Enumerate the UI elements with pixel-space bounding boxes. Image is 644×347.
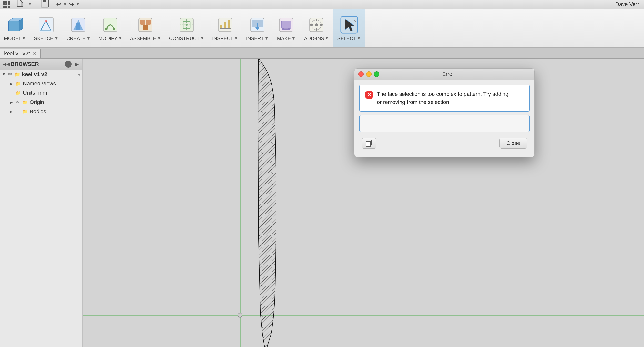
tree-arrow-origin: ▶ — [10, 100, 14, 105]
insert-label: INSERT ▼ — [246, 36, 268, 41]
svg-rect-37 — [288, 28, 290, 30]
undo-button[interactable]: ↩ — [55, 0, 62, 9]
browser-header: ◀◀ BROWSER ▶ — [0, 58, 82, 70]
undo-dropdown[interactable]: ▼ — [63, 2, 67, 7]
svg-rect-3 — [42, 4, 48, 7]
tree-item-root[interactable]: ▼ 👁 📁 keel v1 v2 ● — [0, 70, 82, 79]
tree-folder-named-views: 📁 — [16, 81, 22, 86]
origin-point — [238, 313, 242, 318]
svg-rect-36 — [282, 28, 284, 30]
redo-button[interactable]: ↪ — [68, 0, 75, 9]
tree-item-units[interactable]: 📁 Units: mm — [0, 88, 82, 98]
tab-keel-v1-v2[interactable]: keel v1 v2* ✕ — [0, 48, 41, 58]
svg-rect-4 — [8, 21, 19, 31]
inspect-label: INSPECT ▼ — [212, 36, 238, 41]
tree-item-origin[interactable]: ▶ 👁 📁 Origin — [0, 98, 82, 107]
dialog-minimize-button[interactable] — [366, 72, 372, 77]
select-icon — [339, 15, 359, 35]
close-button[interactable]: Close — [499, 138, 527, 148]
file-dropdown-arrow[interactable]: ▼ — [28, 2, 32, 7]
modify-icon — [100, 15, 120, 35]
create-label: CREATE ▼ — [66, 36, 90, 41]
sketch-label: SKETCH ▼ — [34, 36, 58, 41]
browser-pin-button[interactable] — [65, 61, 72, 68]
tree-arrow-bodies: ▶ — [10, 109, 14, 114]
tree-arrow-named-views: ▶ — [10, 82, 14, 86]
dialog-maximize-button[interactable] — [374, 72, 379, 77]
dialog-body: ✕ The face selection is too complex to p… — [354, 80, 534, 157]
root-dot: ● — [78, 72, 80, 77]
svg-point-12 — [105, 28, 108, 30]
svg-rect-17 — [143, 25, 148, 30]
tree-arrow-root: ▼ — [2, 72, 6, 76]
assemble-icon — [136, 15, 155, 35]
model-label: MODEL ▼ — [4, 36, 26, 41]
toolbar-addins[interactable]: ADD-INS ▼ — [300, 9, 333, 47]
copy-button[interactable] — [362, 138, 376, 148]
tree-label-origin: Origin — [30, 99, 44, 106]
browser-expand-button[interactable]: ▶ — [74, 61, 80, 67]
svg-rect-10 — [76, 24, 80, 30]
tree-folder-root: 📁 — [15, 72, 20, 77]
toolbar-make[interactable]: MAKE ▼ — [272, 9, 300, 47]
tab-close-button[interactable]: ✕ — [33, 51, 36, 56]
toolbar-sketch[interactable]: SKETCH ▼ — [30, 9, 62, 47]
model-icon — [5, 15, 25, 35]
svg-rect-35 — [281, 21, 291, 28]
titlebar: ▼ ↩ ▼ ↪ ▼ Dave Verr — [0, 0, 644, 9]
addins-label: ADD-INS ▼ — [304, 36, 328, 41]
toolbar-create[interactable]: CREATE ▼ — [62, 9, 94, 47]
error-dialog: Error ✕ The face selection is too comple… — [354, 68, 535, 157]
addins-icon — [307, 15, 326, 35]
main-area: ◀◀ BROWSER ▶ ▼ 👁 📁 keel v1 v2 ● ▶ 📁 Name… — [0, 58, 644, 347]
browser-panel: ◀◀ BROWSER ▶ ▼ 👁 📁 keel v1 v2 ● ▶ 📁 Name… — [0, 58, 83, 347]
svg-rect-29 — [228, 20, 230, 28]
assemble-label: ASSEMBLE ▼ — [130, 36, 161, 41]
svg-rect-44 — [310, 24, 313, 26]
browser-collapse-button[interactable]: ◀◀ — [3, 61, 9, 67]
toolbar-modify[interactable]: MODIFY ▼ — [94, 9, 126, 47]
svg-rect-28 — [224, 22, 226, 28]
app-grid-icon[interactable] — [2, 0, 10, 8]
tree-folder-origin: 📁 — [22, 100, 28, 105]
model-dropdown-arrow: ▼ — [22, 36, 26, 40]
tree-label-bodies: Bodies — [30, 108, 46, 115]
dialog-buttons: Close — [359, 136, 530, 152]
tree-eye-origin[interactable]: 👁 — [16, 100, 21, 105]
insert-icon — [248, 15, 267, 35]
modify-label: MODIFY ▼ — [98, 36, 122, 41]
browser-title: BROWSER — [11, 61, 39, 67]
tree-folder-units: 📁 — [16, 90, 22, 96]
svg-rect-45 — [320, 24, 323, 26]
toolbar-construct[interactable]: CONSTRUCT ▼ — [165, 9, 208, 47]
toolbar-model[interactable]: MODEL ▼ — [0, 9, 30, 47]
dialog-detail-box — [359, 115, 530, 132]
toolbar-insert[interactable]: INSERT ▼ — [242, 9, 273, 47]
svg-rect-43 — [316, 28, 317, 31]
user-name: Dave Verr — [615, 1, 639, 8]
toolbar-select[interactable]: SELECT ▼ — [333, 9, 366, 47]
toolbar: MODEL ▼ SKETCH ▼ — [0, 9, 644, 48]
toolbar-inspect[interactable]: INSPECT ▼ — [208, 9, 242, 47]
toolbar-assemble[interactable]: ASSEMBLE ▼ — [126, 9, 165, 47]
svg-point-24 — [186, 24, 188, 26]
tree-item-named-views[interactable]: ▶ 📁 Named Views — [0, 79, 82, 88]
undo-redo-group: ↩ ▼ ↪ ▼ — [55, 0, 80, 9]
dialog-message-box: ✕ The face selection is too complex to p… — [359, 85, 530, 112]
tree-item-bodies[interactable]: ▶ 📁 Bodies — [0, 107, 82, 116]
tree-label-named-views: Named Views — [23, 80, 56, 87]
create-icon — [68, 15, 88, 35]
select-label: SELECT ▼ — [337, 36, 361, 41]
make-label: MAKE ▼ — [277, 36, 296, 41]
dialog-close-button[interactable] — [358, 72, 364, 77]
construct-icon — [177, 15, 196, 35]
svg-point-7 — [45, 20, 47, 22]
redo-dropdown[interactable]: ▼ — [76, 2, 80, 7]
tree-eye-root[interactable]: 👁 — [8, 72, 13, 77]
dialog-message-text: The face selection is too complex to pat… — [377, 90, 508, 106]
error-icon: ✕ — [365, 90, 374, 99]
construct-label: CONSTRUCT ▼ — [169, 36, 204, 41]
svg-rect-27 — [220, 25, 222, 28]
svg-point-41 — [315, 24, 318, 26]
tree-label-root: keel v1 v2 — [22, 71, 47, 78]
